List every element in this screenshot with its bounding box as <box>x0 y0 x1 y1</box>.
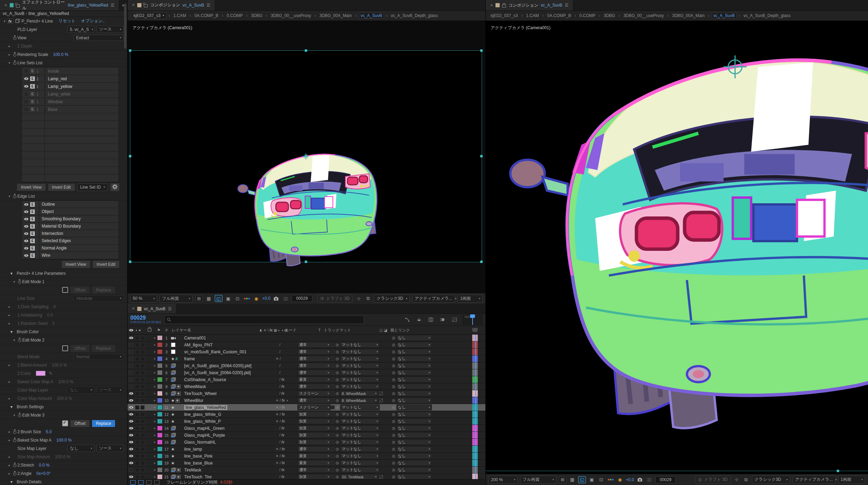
param-value[interactable]: 5.0 <box>46 429 52 434</box>
reset-link[interactable]: リセット <box>58 18 75 24</box>
comp-handle[interactable] <box>305 155 307 157</box>
comp-handle[interactable] <box>480 49 483 52</box>
edge-row[interactable]: EIntersection <box>22 230 118 237</box>
line-set-empty-row[interactable] <box>22 167 118 174</box>
twirl-closed-icon[interactable]: ▸ <box>7 397 12 400</box>
eye-icon[interactable] <box>24 247 28 250</box>
quality-toggle-icon[interactable]: / <box>280 461 281 465</box>
twirl-closed-icon[interactable]: ▸ <box>153 357 157 360</box>
eye-column-icon[interactable] <box>128 329 134 332</box>
twirl-closed-icon[interactable]: ▸ <box>153 454 157 458</box>
twirl-closed-icon[interactable]: ▸ <box>153 399 157 402</box>
label-column-icon[interactable]: ⚑ <box>157 328 163 332</box>
track-matte-dropdown[interactable]: マットなし▾ <box>340 418 380 424</box>
parent-dropdown[interactable]: なし▾ <box>396 418 432 424</box>
matte-toggle-box[interactable] <box>331 454 335 458</box>
layer-row[interactable]: ▸6[vc_A_SuvB_base_[0064-0200].pld]/通常▾◎マ… <box>128 369 485 376</box>
mode-dropdown[interactable]: 通常▾ <box>297 349 331 355</box>
twirl-closed-icon[interactable]: ▸ <box>153 336 157 339</box>
matte-pickwhip-icon[interactable]: ◎ <box>336 350 339 354</box>
audio-box[interactable] <box>135 461 139 465</box>
dropdown[interactable]: Extract▾ <box>74 35 124 41</box>
quality-toggle-icon[interactable]: / <box>279 433 280 437</box>
param-label[interactable]: View <box>17 35 26 40</box>
solo-box[interactable] <box>140 350 145 354</box>
line-set-row[interactable]: E1Window <box>22 98 118 106</box>
mode-dropdown[interactable]: 加算▾ <box>297 439 331 445</box>
parent-pickwhip-icon[interactable]: ◎ <box>392 363 395 368</box>
dropdown[interactable]: ソース▾ <box>97 26 124 33</box>
fx-toggle-icon[interactable]: fx <box>281 468 285 472</box>
zoom-dropdown[interactable]: 50 %▾ <box>130 295 157 303</box>
breadcrumb-item[interactable]: vc_A_SuvB <box>712 13 737 19</box>
replace-button[interactable]: Replace <box>92 420 115 427</box>
quality-toggle-icon[interactable]: / <box>280 357 281 361</box>
breadcrumb-item[interactable]: 0.COMP <box>225 13 244 18</box>
quality-toggle-icon[interactable]: / <box>279 385 280 388</box>
audio-box[interactable] <box>135 371 139 375</box>
parent-pickwhip-icon[interactable]: ◎ <box>392 398 395 403</box>
edit-badge[interactable]: E <box>30 69 35 73</box>
audio-box[interactable] <box>135 336 139 340</box>
exposure-value[interactable]: +0.0 <box>262 296 271 301</box>
param-label[interactable]: 1:Random Seed <box>17 321 48 326</box>
eye-icon[interactable] <box>129 413 133 416</box>
edge-name[interactable]: Material ID Boundary <box>39 224 81 229</box>
3d-view-gizmo-icon[interactable]: ⧉ <box>743 477 750 483</box>
twirl-open-icon[interactable]: ▾ <box>7 61 12 65</box>
layer-row[interactable]: ▸14Glass_mapHL_Green/fx加算▾◎マットなし▾◎なし▾ <box>128 425 485 432</box>
mode-dropdown[interactable]: 通常▾ <box>297 467 331 473</box>
offset-button[interactable]: Offset <box>70 345 90 352</box>
3d-ground-plane-icon[interactable]: ⊹ <box>355 295 362 302</box>
draft-icon[interactable] <box>138 480 144 485</box>
matte-toggle-box[interactable] <box>331 350 335 354</box>
mode-dropdown[interactable]: 通常▾ <box>297 370 331 376</box>
eye-off-box[interactable] <box>129 385 133 389</box>
stopwatch-icon[interactable] <box>18 279 22 284</box>
frame-number-field[interactable]: 00029 <box>655 476 676 483</box>
layer-name[interactable]: line_glass_White_P <box>183 419 272 424</box>
snapshot-icon[interactable] <box>273 295 280 302</box>
zoom-dropdown[interactable]: 200 %▾ <box>489 476 518 484</box>
collapse-toggle-icon[interactable]: ☀ <box>276 461 279 465</box>
stopwatch-icon[interactable] <box>13 471 17 476</box>
param-label[interactable]: Edge List <box>17 194 35 199</box>
close-icon[interactable]: ✕ <box>132 3 135 7</box>
channel-icon[interactable] <box>244 295 251 302</box>
comp-handle[interactable] <box>305 49 307 52</box>
parent-pickwhip-icon[interactable]: ◎ <box>392 377 395 382</box>
quality-dropdown[interactable]: フル画質▾ <box>159 295 193 303</box>
mode-dropdown[interactable]: 通常▾ <box>297 356 331 362</box>
layer-name[interactable]: line_base_Pink <box>183 454 272 459</box>
line-set-empty-row[interactable] <box>22 151 118 159</box>
collapse-toggle-icon[interactable]: ☀ <box>276 405 279 409</box>
matte-toggle-box[interactable] <box>331 412 335 416</box>
breadcrumb-item[interactable]: vc_A_SuvB <box>359 13 384 19</box>
parent-pickwhip-icon[interactable]: ◎ <box>392 447 395 451</box>
mode-dropdown[interactable]: 乗算▾ <box>297 453 331 459</box>
twirl-open-icon[interactable]: ▾ <box>10 271 13 276</box>
parent-dropdown[interactable]: なし▾ <box>396 425 432 431</box>
exposure-icon[interactable]: ◉ <box>253 295 260 302</box>
edit-badge[interactable]: E <box>30 231 35 236</box>
quality-dropdown[interactable]: フル画質▾ <box>520 476 556 484</box>
label-color-chip[interactable] <box>157 342 163 347</box>
layer-name[interactable]: TireTouch_Tire <box>183 475 272 479</box>
shy-column-icon[interactable]: ♟ <box>259 328 262 332</box>
eye-icon[interactable] <box>24 254 28 257</box>
matte-pickwhip-icon[interactable]: ◎ <box>336 398 339 403</box>
track-matte-dropdown[interactable]: マットなし▾ <box>340 370 380 376</box>
parent-pickwhip-icon[interactable]: ◎ <box>392 461 395 465</box>
twirl-closed-icon[interactable]: ▸ <box>153 406 157 409</box>
twirl-closed-icon[interactable]: ▸ <box>7 463 12 467</box>
track-matte-dropdown[interactable]: マットなし▾ <box>340 411 380 417</box>
motion-blur-column-icon[interactable]: ◐ <box>278 328 280 332</box>
twirl-closed-icon[interactable]: ▸ <box>7 455 12 459</box>
fx-toggle-icon[interactable]: fx <box>282 454 285 458</box>
label-color-chip[interactable] <box>157 384 163 389</box>
breadcrumb-item[interactable]: 0.COMP <box>578 13 597 18</box>
fx-toggle-icon[interactable]: fx <box>282 419 285 423</box>
mode-dropdown[interactable]: 乗算▾ <box>297 377 331 383</box>
parent-dropdown[interactable]: なし▾ <box>396 335 432 341</box>
track-matte-dropdown[interactable]: マットなし▾ <box>340 404 380 410</box>
